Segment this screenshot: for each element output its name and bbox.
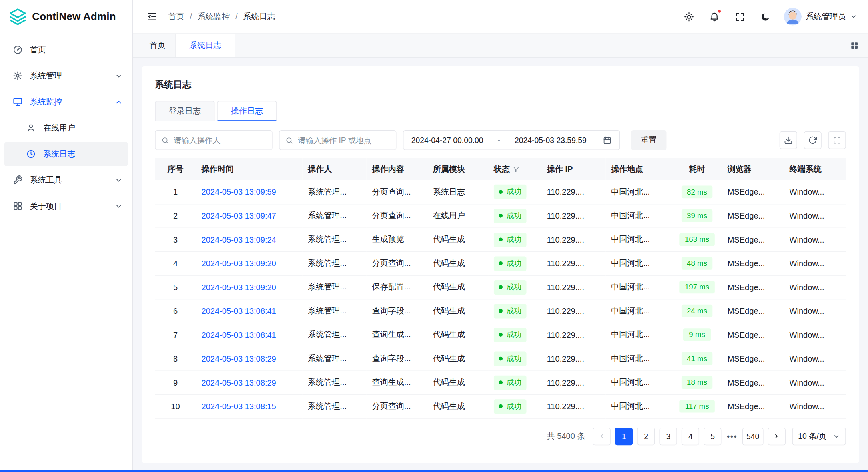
cell-operator: 系统管理... bbox=[302, 347, 366, 370]
table-row: 8 2024-05-03 13:08:29 系统管理... 查询字段... 代码… bbox=[155, 347, 846, 370]
menu-fold-icon[interactable] bbox=[144, 8, 160, 25]
time-link[interactable]: 2024-05-03 13:09:24 bbox=[202, 235, 276, 244]
cell-duration: 82 ms bbox=[672, 180, 722, 204]
cell-time: 2024-05-03 13:09:24 bbox=[196, 228, 303, 251]
fullscreen-icon[interactable] bbox=[733, 10, 747, 24]
date-range-picker[interactable]: 2024-04-27 00:00:00 - 2024-05-03 23:59:5… bbox=[403, 130, 620, 150]
cell-duration: 24 ms bbox=[672, 299, 722, 323]
cell-duration: 48 ms bbox=[672, 251, 722, 275]
breadcrumb-monitor[interactable]: 系统监控 bbox=[198, 11, 230, 22]
time-link[interactable]: 2024-05-03 13:09:20 bbox=[202, 283, 276, 291]
top-header: 首页 / 系统监控 / 系统日志 bbox=[133, 0, 868, 33]
sidebar-item-online-users[interactable]: 在线用户 bbox=[4, 116, 128, 140]
date-range-start: 2024-04-27 00:00:00 bbox=[411, 136, 483, 145]
table-row: 2 2024-05-03 13:09:47 系统管理... 分页查询... 在线… bbox=[155, 204, 846, 227]
cell-operator: 系统管理... bbox=[302, 370, 366, 394]
pagination-page-1[interactable]: 1 bbox=[615, 427, 633, 445]
pagination-next-button[interactable] bbox=[768, 427, 785, 445]
pagination-total: 共 5400 条 bbox=[547, 431, 585, 441]
cell-ip: 110.229.... bbox=[541, 323, 605, 346]
expand-icon[interactable] bbox=[828, 131, 846, 149]
cell-browser: MSEdge... bbox=[722, 347, 784, 370]
cell-location: 中国河北... bbox=[605, 180, 672, 204]
cell-content: 查询字段... bbox=[367, 347, 427, 370]
sidebar-item-system-log[interactable]: 系统日志 bbox=[4, 142, 128, 166]
bottom-accent-bar bbox=[0, 470, 868, 472]
sidebar-item-home[interactable]: 首页 bbox=[4, 38, 128, 62]
cell-browser: MSEdge... bbox=[722, 370, 784, 394]
cell-duration: 41 ms bbox=[672, 347, 722, 370]
pagination-page-5[interactable]: 5 bbox=[704, 427, 722, 445]
pagination-page-2[interactable]: 2 bbox=[637, 427, 655, 445]
filter-funnel-icon[interactable] bbox=[513, 165, 520, 173]
table-row: 4 2024-05-03 13:09:20 系统管理... 分页查询... 代码… bbox=[155, 251, 846, 275]
ip-search-input[interactable] bbox=[298, 136, 390, 145]
cell-operator: 系统管理... bbox=[302, 228, 366, 251]
tab-home[interactable]: 首页 bbox=[140, 34, 176, 57]
cell-os: Window... bbox=[784, 323, 846, 346]
duration-badge: 41 ms bbox=[681, 352, 713, 365]
cell-time: 2024-05-03 13:09:20 bbox=[196, 251, 303, 275]
cell-operator: 系统管理... bbox=[302, 204, 366, 227]
page-size-value: 10 条/页 bbox=[798, 431, 826, 441]
settings-icon[interactable] bbox=[682, 10, 696, 24]
download-icon[interactable] bbox=[780, 131, 797, 149]
cell-os: Window... bbox=[784, 347, 846, 370]
cell-content: 查询生成... bbox=[367, 370, 427, 394]
time-link[interactable]: 2024-05-03 13:08:41 bbox=[202, 330, 276, 339]
user-menu[interactable]: 系统管理员 bbox=[784, 8, 857, 25]
sidebar-item-system-management[interactable]: 系统管理 bbox=[4, 64, 128, 88]
pagination-page-4[interactable]: 4 bbox=[682, 427, 699, 445]
pagination-prev-button[interactable] bbox=[593, 427, 611, 445]
breadcrumb-home[interactable]: 首页 bbox=[168, 11, 184, 22]
logo[interactable]: ContiNew Admin bbox=[0, 0, 132, 33]
gear-icon bbox=[12, 70, 23, 82]
column-header-browser: 浏览器 bbox=[722, 158, 784, 180]
moon-icon[interactable] bbox=[758, 10, 772, 24]
time-link[interactable]: 2024-05-03 13:08:41 bbox=[202, 307, 276, 315]
cell-ip: 110.229.... bbox=[541, 275, 605, 299]
time-link[interactable]: 2024-05-03 13:09:59 bbox=[202, 187, 276, 196]
time-link[interactable]: 2024-05-03 13:08:15 bbox=[202, 402, 276, 411]
cell-browser: MSEdge... bbox=[722, 275, 784, 299]
tab-login-log[interactable]: 登录日志 bbox=[155, 101, 214, 121]
cell-status: 成功 bbox=[488, 394, 541, 418]
sidebar-item-system-tools[interactable]: 系统工具 bbox=[4, 168, 128, 192]
cell-duration: 197 ms bbox=[672, 275, 722, 299]
time-link[interactable]: 2024-05-03 13:08:29 bbox=[202, 378, 276, 387]
page-size-select[interactable]: 10 条/页 bbox=[792, 427, 846, 445]
time-link[interactable]: 2024-05-03 13:09:47 bbox=[202, 211, 276, 220]
cell-os: Window... bbox=[784, 180, 846, 204]
table-row: 5 2024-05-03 13:09:20 系统管理... 保存配置... 代码… bbox=[155, 275, 846, 299]
bell-icon[interactable] bbox=[707, 10, 722, 24]
table-row: 6 2024-05-03 13:08:41 系统管理... 查询字段... 代码… bbox=[155, 299, 846, 323]
cell-module: 在线用户 bbox=[427, 204, 488, 227]
cell-os: Window... bbox=[784, 204, 846, 227]
cell-time: 2024-05-03 13:08:15 bbox=[196, 394, 303, 418]
cell-ip: 110.229.... bbox=[541, 347, 605, 370]
cell-os: Window... bbox=[784, 370, 846, 394]
tab-system-log[interactable]: 系统日志 bbox=[176, 34, 235, 57]
cell-status: 成功 bbox=[488, 251, 541, 275]
status-badge: 成功 bbox=[494, 399, 527, 414]
operator-search-input[interactable] bbox=[174, 136, 266, 145]
cell-content: 查询生成... bbox=[367, 323, 427, 346]
refresh-icon[interactable] bbox=[804, 131, 822, 149]
apps-grid-icon[interactable] bbox=[841, 34, 868, 57]
time-link[interactable]: 2024-05-03 13:09:20 bbox=[202, 259, 276, 268]
time-link[interactable]: 2024-05-03 13:08:29 bbox=[202, 354, 276, 363]
pagination-page-540[interactable]: 540 bbox=[742, 427, 763, 445]
sidebar-item-about[interactable]: 关于项目 bbox=[4, 194, 128, 218]
cell-location: 中国河北... bbox=[605, 228, 672, 251]
cell-index: 7 bbox=[155, 323, 196, 346]
chevron-down-icon bbox=[850, 13, 857, 20]
pagination-page-3[interactable]: 3 bbox=[660, 427, 677, 445]
sidebar-item-system-monitor[interactable]: 系统监控 bbox=[4, 90, 128, 114]
pagination-ellipsis[interactable]: ••• bbox=[726, 432, 738, 441]
cell-index: 1 bbox=[155, 180, 196, 204]
reset-button[interactable]: 重置 bbox=[631, 130, 667, 150]
sidebar-menu: 首页 系统管理 bbox=[0, 33, 132, 224]
table-row: 7 2024-05-03 13:08:41 系统管理... 查询生成... 代码… bbox=[155, 323, 846, 346]
log-type-tabs: 登录日志 操作日志 bbox=[155, 101, 846, 121]
tab-operation-log[interactable]: 操作日志 bbox=[217, 101, 277, 121]
